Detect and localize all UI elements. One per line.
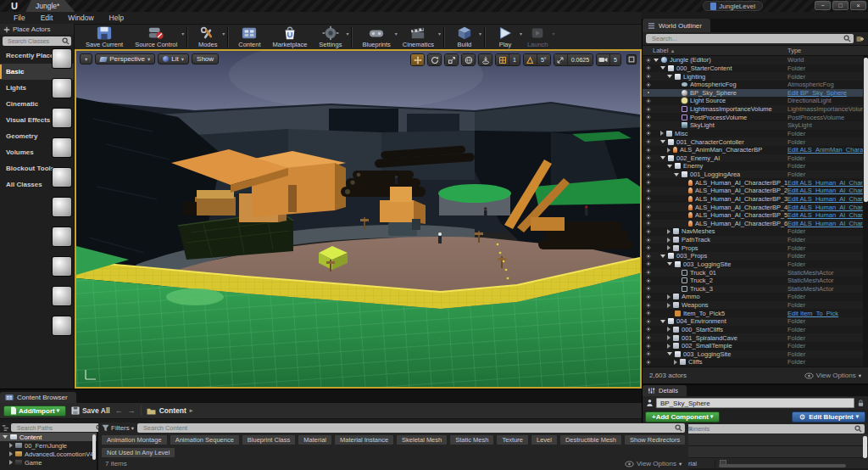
marketplace-button[interactable]: Marketplace (267, 25, 314, 48)
outliner-row[interactable]: AmmoFolder (643, 293, 868, 301)
expand-arrow-closed[interactable] (667, 229, 670, 234)
visibility-eye-icon[interactable] (645, 237, 652, 243)
place-actors-search[interactable] (3, 36, 71, 46)
outliner-row[interactable]: PathTrackFolder (643, 236, 868, 244)
outliner-row[interactable]: MiscFolder (643, 130, 868, 138)
perspective-button[interactable]: Perspective▾ (95, 53, 155, 64)
viewport-maximize-button[interactable] (626, 54, 637, 64)
visibility-eye-icon[interactable] (645, 98, 652, 104)
outliner-row[interactable]: PostProcessVolumePostProcessVolume (643, 113, 868, 121)
visibility-eye-icon[interactable] (645, 64, 652, 71)
source-item-game[interactable]: Game (0, 458, 97, 467)
visibility-eye-icon[interactable] (645, 260, 652, 267)
visibility-eye-icon[interactable] (645, 130, 652, 137)
edit-asset-link[interactable]: Edit ALS_Human_AI_CharacterBP (787, 187, 868, 194)
viewport-scene[interactable] (76, 51, 640, 387)
world-local-toggle[interactable] (462, 54, 475, 65)
scale-snap-toggle-value[interactable]: 0.0625 (567, 54, 593, 65)
actor-name-field[interactable] (656, 398, 854, 408)
thumbnail-cylinder[interactable] (53, 257, 71, 276)
outliner-row[interactable]: SkyLightSkyLight (643, 121, 868, 130)
camera-speed[interactable] (597, 54, 609, 65)
expand-arrow-closed[interactable] (9, 451, 13, 456)
visibility-eye-icon[interactable] (645, 73, 652, 80)
expand-arrow-open[interactable] (660, 320, 665, 323)
outliner-row[interactable]: Item_To_Pick5Edit Item_To_Pick (643, 309, 868, 317)
back-button[interactable]: ← (115, 406, 123, 415)
outliner-row[interactable]: 002_Enemy_AIFolder (643, 154, 868, 163)
visibility-eye-icon[interactable] (645, 122, 652, 129)
outliner-row[interactable]: 001_SpiralandCaveFolder (643, 333, 868, 342)
outliner-row[interactable]: ALS_Human_AI_CharacterBP_6Edit ALS_Human… (643, 220, 868, 228)
outliner-row[interactable]: AtmosphericFogAtmosphericFog (643, 81, 868, 89)
viewport-options-button[interactable]: ▾ (80, 53, 92, 64)
outliner-row[interactable]: EnemyFolder (643, 162, 868, 171)
filter-chip-level[interactable]: Level (531, 435, 557, 445)
visibility-eye-icon[interactable] (645, 285, 652, 292)
maximize-button[interactable]: □ (832, 1, 849, 10)
visibility-eye-icon[interactable] (645, 326, 652, 333)
outliner-search[interactable] (646, 34, 854, 43)
scale-snap-toggle[interactable] (554, 54, 567, 65)
edit-asset-link[interactable]: Edit ALS_Human_AI_CharacterBP (787, 195, 868, 203)
visibility-eye-icon[interactable] (645, 244, 652, 251)
visibility-eye-icon[interactable] (645, 294, 652, 300)
outliner-row[interactable]: LightmassImportanceVolumeLightmassImport… (643, 105, 868, 114)
surface-snap-toggle[interactable] (479, 54, 492, 65)
outliner-row[interactable]: ALS_Human_AI_CharacterBP_5Edit ALS_Human… (643, 211, 868, 220)
visibility-eye-icon[interactable] (645, 147, 652, 154)
filter-chip-destructible-mesh[interactable]: Destructible Mesh (560, 435, 621, 445)
expand-arrow-closed[interactable] (667, 344, 670, 349)
rotate-tool[interactable] (428, 54, 441, 65)
grid-snap-toggle[interactable] (496, 54, 509, 65)
tab-world-outliner[interactable]: World Outliner (643, 19, 710, 32)
details-hscrollbar[interactable] (719, 464, 846, 467)
thumbnail-plane[interactable] (53, 316, 71, 335)
thumbnail-player-start[interactable] (53, 168, 71, 187)
menu-window[interactable]: Window (61, 12, 100, 24)
menu-help[interactable]: Help (103, 12, 131, 24)
expand-arrow-closed[interactable] (667, 294, 670, 299)
launch-button[interactable]: Launch▾ (521, 25, 554, 48)
outliner-row[interactable]: ALS_Human_AI_CharacterBP_3Edit ALS_Human… (643, 195, 868, 204)
visibility-eye-icon[interactable] (645, 334, 652, 341)
add-component-button[interactable]: +Add Component▾ (645, 411, 720, 422)
edit-asset-link[interactable]: Edit ALS_Human_AI_CharacterBP (787, 204, 868, 211)
source-item-advancedlocomotionv4[interactable]: AdvancedLocomotionV4 (0, 450, 97, 458)
visibility-eye-icon[interactable] (645, 277, 652, 284)
outliner-row[interactable]: Truck_3StaticMeshActor (643, 285, 868, 294)
source-item-00-fernjungle[interactable]: 00_FernJungle (0, 441, 97, 450)
camera-speed-value[interactable]: 5 (609, 54, 620, 65)
filter-chip-blueprint-class[interactable]: Blueprint Class (242, 435, 295, 445)
search-classes-input[interactable] (6, 37, 62, 45)
source-control-button[interactable]: Source Control▾ (129, 25, 183, 48)
expand-arrow-open[interactable] (660, 156, 665, 159)
outliner-row[interactable]: 003_PropsFolder (643, 252, 868, 260)
outliner-row[interactable]: PropsFolder (643, 243, 868, 252)
outliner-row[interactable]: Truck_01StaticMeshActor (643, 268, 868, 277)
expand-arrow-closed[interactable] (9, 460, 13, 465)
forward-button[interactable]: → (128, 406, 136, 415)
sources-scrollbar[interactable] (92, 434, 96, 460)
outliner-row[interactable]: ALS_AnimMan_CharacterBPEdit ALS_AnimMan_… (643, 146, 868, 154)
expand-arrow-closed[interactable] (674, 360, 677, 365)
outliner-row[interactable]: 003_LoggingSiteFolder (643, 350, 868, 359)
outliner-row[interactable]: LightingFolder (643, 72, 868, 81)
visibility-eye-icon[interactable] (645, 171, 652, 178)
filter-chip-not-used-in-any-level[interactable]: Not Used In Any Level (102, 448, 175, 457)
sources-toggle-icon[interactable] (2, 424, 9, 432)
scale-tool[interactable] (445, 54, 458, 65)
expand-arrow-closed[interactable] (660, 131, 664, 136)
visibility-eye-icon[interactable] (645, 138, 652, 145)
expand-arrow-open[interactable] (667, 165, 672, 168)
edit-asset-link[interactable]: Edit ALS_Human_AI_CharacterBP (787, 220, 868, 227)
outliner-row[interactable]: 004_EnvironmentFolder (643, 317, 868, 326)
expand-arrow-open[interactable] (667, 352, 672, 355)
outliner-search-input[interactable] (650, 34, 843, 43)
create-folder-icon[interactable] (856, 35, 865, 43)
outliner-row[interactable]: WeaponsFolder (643, 301, 868, 310)
outliner-view-options-button[interactable]: View Options▾ (804, 372, 861, 379)
filters-button[interactable]: Filters▾ (102, 424, 134, 432)
visibility-eye-icon[interactable] (645, 106, 652, 113)
filter-chip-material-instance[interactable]: Material Instance (335, 435, 393, 445)
